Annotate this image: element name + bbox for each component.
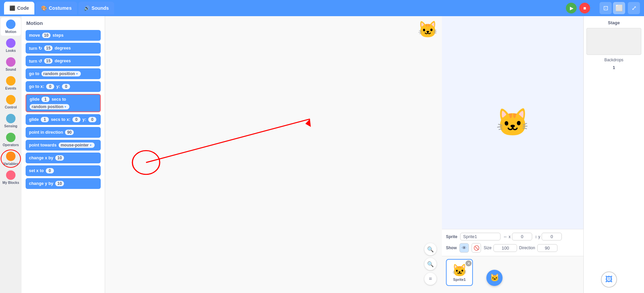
move-text: move <box>29 33 40 38</box>
sprite-x-input[interactable] <box>512 233 532 240</box>
expand-button[interactable]: ⤢ <box>628 2 640 14</box>
sidebar-item-events[interactable]: Events <box>1 74 21 92</box>
glide-xy-input[interactable]: 1 <box>41 117 49 122</box>
sidebar-item-motion[interactable]: Motion <box>1 18 21 36</box>
turn-right-input[interactable]: 15 <box>44 45 53 51</box>
sidebar-item-myblocks[interactable]: My Blocks <box>1 168 21 187</box>
block-goto-xy[interactable]: go to x: 0 y: 0 <box>26 81 101 92</box>
sprite-y-input[interactable] <box>542 233 562 240</box>
goto-xy-text: go to x: <box>29 84 44 89</box>
sprite-name-label: Sprite <box>446 234 457 239</box>
events-dot <box>6 76 15 86</box>
block-change-y[interactable]: change y by 10 <box>26 178 101 189</box>
zoom-in-button[interactable]: 🔍 <box>424 243 437 255</box>
turn-left-text2: degrees <box>55 59 71 63</box>
sprite-corner-icon: 🐱 <box>418 20 438 39</box>
show-hidden-button[interactable]: 🚫 <box>472 243 481 253</box>
goto-xy-y[interactable]: 0 <box>62 84 70 89</box>
sidebar-item-looks[interactable]: Looks <box>1 36 21 55</box>
svg-point-1 <box>132 151 160 174</box>
glide-xy-x[interactable]: 0 <box>72 117 80 122</box>
glide-xy-secs: secs to x: <box>51 117 70 122</box>
tab-costumes[interactable]: 🎨 Costumes <box>36 2 77 14</box>
blocks-panel: Motion move 10 steps turn ↻ 15 degrees t… <box>22 16 105 293</box>
sidebar-item-control[interactable]: Control <box>1 93 21 111</box>
direction-input[interactable] <box>537 244 557 252</box>
operators-dot <box>6 133 15 142</box>
block-point-towards[interactable]: point towards mouse-pointer <box>26 140 101 151</box>
sidebar-item-sensing[interactable]: Sensing <box>1 112 21 130</box>
change-y-input[interactable]: 10 <box>55 181 64 186</box>
glide-input[interactable]: 1 <box>41 97 50 102</box>
stage-thumbnail <box>586 28 641 55</box>
goto-xy-y-label: y: <box>56 84 60 89</box>
point-towards-dropdown[interactable]: mouse-pointer <box>59 142 95 148</box>
show-label: Show <box>446 246 457 250</box>
canvas-tools: 🔍 🔍 = <box>424 243 437 285</box>
glide-xy-y[interactable]: 0 <box>88 117 96 122</box>
motion-dot <box>6 20 15 29</box>
sounds-icon: 🔊 <box>84 5 90 11</box>
block-goto[interactable]: go to random position <box>26 68 101 79</box>
change-x-input[interactable]: 10 <box>55 155 64 161</box>
sprite-name-input[interactable] <box>460 233 501 240</box>
block-glide-to[interactable]: glide 1 secs to random position <box>26 94 101 112</box>
goto-dropdown[interactable]: random position <box>41 71 81 76</box>
tab-costumes-label: Costumes <box>49 5 72 11</box>
sound-dot <box>6 57 15 67</box>
goto-text: go to <box>29 71 39 76</box>
block-move[interactable]: move 10 steps <box>26 30 101 41</box>
canvas-area[interactable]: 🐱 🔍 🔍 = <box>105 16 442 293</box>
block-point-dir[interactable]: point in direction 90 <box>26 127 101 138</box>
sprite-show-row: Show 👁 🚫 Size Direction <box>446 243 579 253</box>
glide-dropdown[interactable]: random position <box>30 104 69 109</box>
blocks-header: Motion <box>22 16 105 29</box>
green-flag-button[interactable] <box>566 3 577 13</box>
add-backdrop-icon: 🖼 <box>605 275 613 284</box>
layout-side-by-side[interactable]: ⊡ <box>600 2 612 14</box>
stop-button[interactable] <box>579 3 590 13</box>
show-visible-button[interactable]: 👁 <box>459 243 469 253</box>
sidebar-item-sound[interactable]: Sound <box>1 55 21 73</box>
stage-label: Stage <box>608 20 620 25</box>
set-x-input[interactable]: 0 <box>46 168 54 173</box>
move-input[interactable]: 10 <box>42 33 51 38</box>
block-turn-right[interactable]: turn ↻ 15 degrees <box>26 43 101 54</box>
zoom-out-icon: 🔍 <box>427 261 434 267</box>
stage-right-panel: Stage Backdrops 1 🖼 <box>583 16 644 293</box>
fit-button[interactable]: = <box>424 273 437 285</box>
add-sprite-button[interactable]: 🐱 <box>486 270 503 286</box>
costumes-icon: 🎨 <box>41 5 47 11</box>
turn-left-input[interactable]: 15 <box>44 58 53 64</box>
goto-xy-x[interactable]: 0 <box>46 84 54 89</box>
operators-label: Operators <box>3 143 19 147</box>
layout-full[interactable]: ⬜ <box>613 2 625 14</box>
block-turn-left[interactable]: turn ↺ 15 degrees <box>26 56 101 66</box>
turn-right-text2: degrees <box>55 46 71 51</box>
blocks-list: move 10 steps turn ↻ 15 degrees turn ↺ 1… <box>22 29 105 293</box>
tab-sounds[interactable]: 🔊 Sounds <box>78 2 114 14</box>
add-sprite-icon: 🐱 <box>490 273 499 282</box>
glide-text: glide <box>30 97 39 102</box>
change-y-text: change y by <box>29 181 53 186</box>
zoom-out-button[interactable]: 🔍 <box>424 258 437 270</box>
myblocks-label: My Blocks <box>2 181 19 185</box>
point-dir-input[interactable]: 90 <box>65 130 73 135</box>
y-label: y <box>538 234 540 239</box>
block-glide-xy[interactable]: glide 1 secs to x: 0 y: 0 <box>26 114 101 125</box>
tab-code-label: Code <box>17 5 29 11</box>
sprite-thumb-sprite1[interactable]: ✕ 🐱 Sprite1 <box>446 259 473 286</box>
control-label: Control <box>5 105 17 109</box>
stage-preview: 🐱 <box>442 16 583 229</box>
sprite-x-coord: ↔ x <box>503 233 532 240</box>
block-set-x[interactable]: set x to 0 <box>26 165 101 176</box>
size-input[interactable] <box>493 244 517 252</box>
direction-label: Direction <box>519 246 535 250</box>
zoom-in-icon: 🔍 <box>427 246 434 253</box>
tab-code[interactable]: ⬛ Code <box>4 2 34 14</box>
add-backdrop-button[interactable]: 🖼 <box>601 271 617 288</box>
sidebar-item-variables[interactable]: Variables <box>1 150 21 168</box>
sidebar-item-operators[interactable]: Operators <box>1 131 21 149</box>
block-change-x[interactable]: change x by 10 <box>26 153 101 163</box>
sprite-delete-button[interactable]: ✕ <box>465 260 472 266</box>
